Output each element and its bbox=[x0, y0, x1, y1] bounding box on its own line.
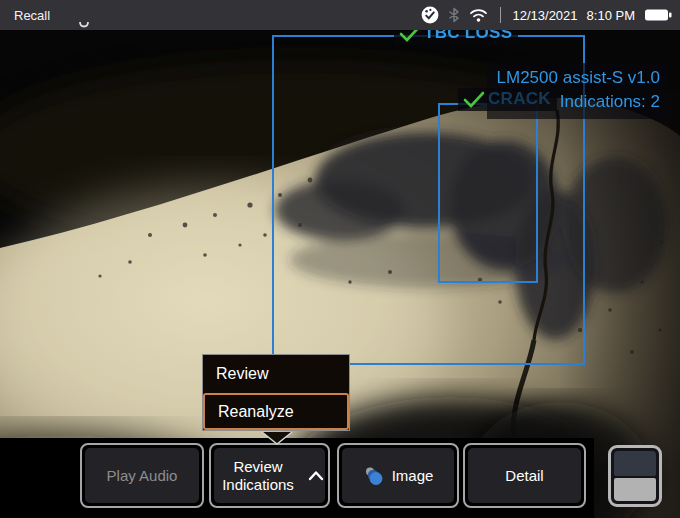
status-time: 8:10 PM bbox=[587, 8, 635, 23]
image-label: Image bbox=[392, 467, 434, 485]
review-indications-label: Review Indications bbox=[215, 458, 301, 493]
analysis-name: LM2500 assist-S v1.0 bbox=[497, 66, 660, 90]
dropdown-menu: Review Reanalyze bbox=[202, 354, 350, 431]
image-burst-icon bbox=[363, 465, 385, 487]
check-icon bbox=[462, 90, 486, 109]
menu-caret-icon bbox=[260, 431, 294, 446]
review-indications-button[interactable]: Review Indications bbox=[209, 443, 330, 508]
screen-title: Recall bbox=[0, 8, 50, 23]
toggle-top-pane bbox=[614, 451, 656, 476]
detail-label: Detail bbox=[505, 467, 543, 485]
play-audio-label: Play Audio bbox=[107, 467, 178, 485]
play-audio-button[interactable]: Play Audio bbox=[80, 443, 204, 508]
bluetooth-icon bbox=[448, 7, 460, 23]
toggle-bottom-pane bbox=[614, 478, 656, 501]
split-screen-toggle-button[interactable] bbox=[608, 445, 662, 507]
menu-item-review[interactable]: Review bbox=[203, 355, 349, 393]
analysis-info-panel: LM2500 assist-S v1.0 Indications: 2 bbox=[487, 63, 668, 119]
status-bar: Recall bbox=[0, 0, 680, 30]
detail-button[interactable]: Detail bbox=[463, 443, 586, 508]
connect-icon bbox=[421, 6, 439, 24]
status-icons: 12/13/2021 8:10 PM bbox=[421, 0, 673, 30]
status-date: 12/13/2021 bbox=[513, 8, 578, 23]
stray-text-fragment bbox=[78, 20, 90, 31]
detection-box-crack[interactable] bbox=[438, 103, 538, 283]
statusbar-divider bbox=[500, 7, 501, 23]
battery-icon bbox=[644, 8, 672, 22]
indications-count: Indications: 2 bbox=[497, 90, 660, 114]
device-screen: Recall bbox=[0, 0, 680, 518]
chevron-up-icon bbox=[308, 470, 324, 481]
image-button[interactable]: Image bbox=[337, 443, 459, 508]
wifi-icon bbox=[469, 8, 488, 23]
menu-item-reanalyze[interactable]: Reanalyze bbox=[203, 393, 349, 430]
